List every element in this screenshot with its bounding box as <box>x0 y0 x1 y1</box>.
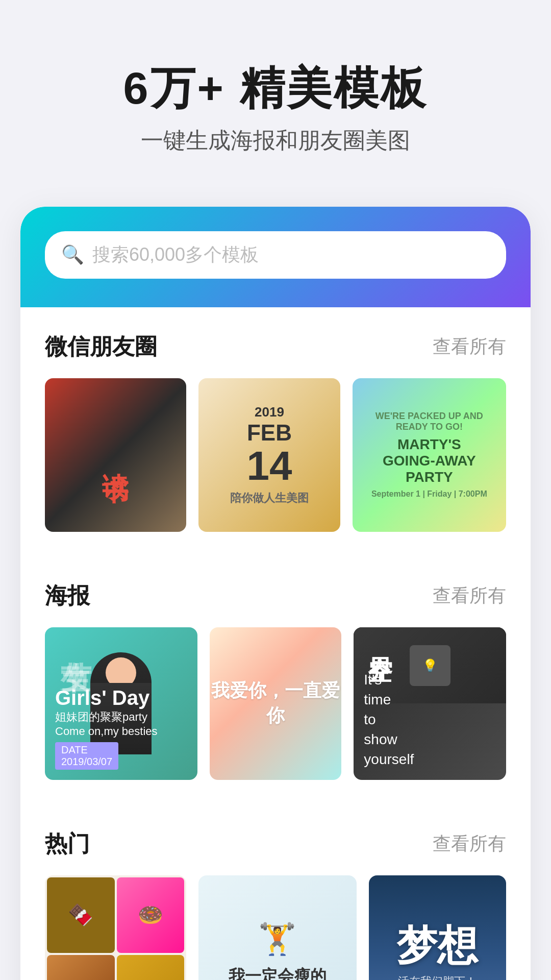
motivation-text: 我一定会瘦的 <box>229 965 327 980</box>
view-all-hot[interactable]: 查看所有 <box>433 831 506 856</box>
feb14-year: 2019 <box>255 404 284 420</box>
section-header-wechat: 微信朋友圈 查看所有 <box>45 332 506 362</box>
card-doughnut[interactable]: 🍫 🍩 🍩 🍩 doughnut <box>45 875 186 980</box>
section-hot: 热门 查看所有 🍫 🍩 🍩 🍩 doughnut 🏋️ 我一定会瘦的 梦想 活在… <box>20 804 531 980</box>
hot-cards-row: 🍫 🍩 🍩 🍩 doughnut 🏋️ 我一定会瘦的 梦想 活在我们脚下！ <box>45 875 506 980</box>
card-reading[interactable]: 读书 <box>45 378 186 532</box>
hero-section: 6万+ 精美模板 一键生成海报和朋友圈美图 <box>0 0 551 186</box>
section-title-poster: 海报 <box>45 581 90 611</box>
doughnut-img-1: 🍫 <box>47 877 115 953</box>
feb14-sub: 陪你做人生美图 <box>230 491 309 506</box>
party-title: MARTY'SGOING-AWAYPARTY <box>383 436 476 485</box>
feb14-month: FEB <box>247 420 292 446</box>
app-card: 🔍 搜索60,000多个模板 微信朋友圈 查看所有 读书 2019 FEB 14… <box>20 207 531 980</box>
wechat-cards-row: 读书 2019 FEB 14 陪你做人生美图 WE'RE PACKED UP A… <box>45 378 506 532</box>
girlsday-date: DATE2019/03/07 <box>55 742 118 770</box>
girlsday-sub: 姐妹团的聚聚partyCome on,my besties <box>55 709 187 738</box>
doughnut-img-4: 🍩 <box>117 955 185 980</box>
section-header-hot: 热门 查看所有 <box>45 829 506 859</box>
card-motivation[interactable]: 🏋️ 我一定会瘦的 <box>198 875 356 980</box>
doughnut-img-3: 🍩 <box>47 955 115 980</box>
card-party[interactable]: WE'RE PACKED UP AND READY TO GO! MARTY'S… <box>353 378 506 532</box>
dream-sub: 活在我们脚下！ <box>398 974 477 980</box>
reading-text: 读书 <box>98 452 134 458</box>
poster-cards-row: 女生节 Girls' Day 姐妹团的聚聚partyCome on,my bes… <box>45 627 506 780</box>
dark-sub: It'stimetoshowyourself <box>364 670 496 770</box>
party-details: September 1 | Friday | 7:00PM <box>371 489 487 499</box>
search-icon: 🔍 <box>61 244 84 265</box>
hero-subtitle: 一键生成海报和朋友圈美图 <box>31 126 520 156</box>
love-text: 我爱你，一直爱你 <box>210 678 342 728</box>
section-title-wechat: 微信朋友圈 <box>45 332 157 362</box>
girlsday-content: Girls' Day 姐妹团的聚聚partyCome on,my besties… <box>55 687 187 770</box>
card-feb14[interactable]: 2019 FEB 14 陪你做人生美图 <box>198 378 340 532</box>
search-bar[interactable]: 🔍 搜索60,000多个模板 <box>45 231 506 279</box>
party-pre: WE'RE PACKED UP AND READY TO GO! <box>359 411 500 432</box>
section-poster: 海报 查看所有 女生节 Girls' Day 姐妹团的聚聚partyCome o… <box>20 556 531 780</box>
hero-title: 6万+ 精美模板 <box>31 61 520 115</box>
section-header-poster: 海报 查看所有 <box>45 581 506 611</box>
view-all-poster[interactable]: 查看所有 <box>433 583 506 608</box>
search-placeholder: 搜索60,000多个模板 <box>92 242 490 267</box>
section-wechat: 微信朋友圈 查看所有 读书 2019 FEB 14 陪你做人生美图 WE'RE … <box>20 307 531 532</box>
girlsday-main: Girls' Day <box>55 687 187 709</box>
dream-char: 梦想 <box>396 919 478 974</box>
motivation-icon: 🏋️ <box>258 921 296 957</box>
card-dream[interactable]: 梦想 活在我们脚下！ <box>369 875 506 980</box>
doughnut-img-2: 🍩 <box>117 877 185 953</box>
card-girlsday[interactable]: 女生节 Girls' Day 姐妹团的聚聚partyCome on,my bes… <box>45 627 197 780</box>
view-all-wechat[interactable]: 查看所有 <box>433 334 506 359</box>
section-title-hot: 热门 <box>45 829 90 859</box>
card-dark[interactable]: 💡 空界 It'stimetoshowyourself <box>354 627 506 780</box>
feb14-day: 14 <box>247 446 292 486</box>
card-love[interactable]: 我爱你，一直爱你 <box>210 627 342 780</box>
search-header: 🔍 搜索60,000多个模板 <box>20 207 531 307</box>
